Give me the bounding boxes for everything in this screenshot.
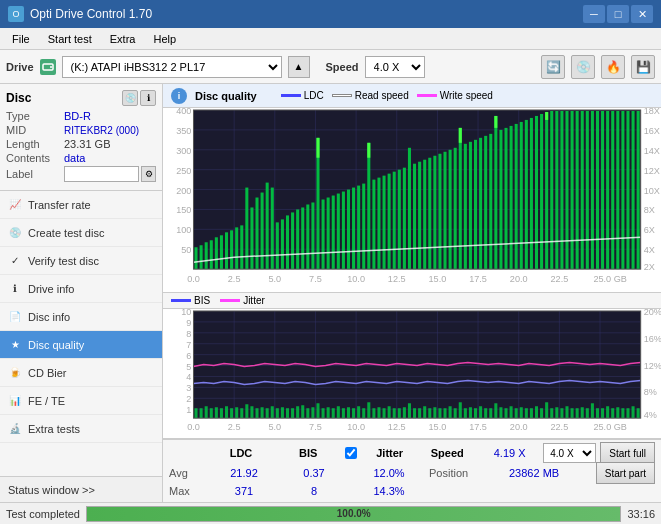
svg-text:5.0: 5.0 (268, 274, 281, 284)
svg-rect-67 (433, 156, 436, 269)
svg-rect-216 (469, 407, 472, 418)
disc-quality-icon: ★ (8, 338, 22, 352)
progress-text: 100.0% (87, 507, 620, 521)
svg-text:9: 9 (186, 318, 191, 328)
jitter-checkbox[interactable] (342, 447, 361, 459)
svg-rect-24 (215, 237, 218, 269)
svg-text:0.0: 0.0 (187, 274, 200, 284)
svg-text:8%: 8% (644, 387, 657, 397)
svg-rect-237 (576, 408, 579, 418)
svg-text:7: 7 (186, 340, 191, 350)
sidebar-item-transfer-rate-label: Transfer rate (28, 199, 91, 211)
sidebar-item-disc-quality[interactable]: ★ Disc quality (0, 331, 162, 359)
svg-rect-91 (555, 111, 558, 269)
disc-panel-header: Disc 💿 ℹ (6, 90, 156, 106)
svg-text:1: 1 (186, 405, 191, 415)
svg-rect-42 (306, 204, 309, 269)
svg-rect-233 (555, 407, 558, 418)
disc-label-input[interactable] (64, 166, 139, 182)
extra-tests-icon: 🔬 (8, 422, 22, 436)
svg-text:10.0: 10.0 (347, 274, 365, 284)
svg-rect-207 (423, 406, 426, 418)
save-button[interactable]: 💾 (631, 55, 655, 79)
svg-text:6X: 6X (644, 225, 655, 235)
verify-test-disc-icon: ✓ (8, 254, 22, 268)
svg-rect-110 (459, 128, 462, 143)
svg-rect-102 (611, 111, 614, 269)
svg-rect-202 (398, 408, 401, 418)
svg-rect-239 (586, 408, 589, 418)
svg-text:5.0: 5.0 (268, 422, 281, 432)
maximize-button[interactable]: □ (607, 5, 629, 23)
svg-rect-51 (352, 188, 355, 270)
disc-label-btn[interactable]: ⚙ (141, 166, 156, 182)
position-val: 23862 MB (509, 467, 589, 479)
disc-section-label: Disc (6, 91, 31, 105)
close-button[interactable]: ✕ (631, 5, 653, 23)
menu-extra[interactable]: Extra (102, 31, 144, 47)
sidebar-item-verify-test-disc[interactable]: ✓ Verify test disc (0, 247, 162, 275)
svg-text:15.0: 15.0 (429, 274, 447, 284)
start-part-button[interactable]: Start part (596, 462, 655, 484)
svg-text:2.5: 2.5 (228, 274, 241, 284)
start-full-button[interactable]: Start full (600, 442, 655, 464)
disc-type-row: Type BD-R (6, 110, 156, 122)
disc-panel-icon1[interactable]: 💿 (122, 90, 138, 106)
svg-rect-94 (571, 111, 574, 269)
svg-text:18X: 18X (644, 108, 660, 116)
sidebar-item-extra-tests[interactable]: 🔬 Extra tests (0, 415, 162, 443)
sidebar-item-disc-info[interactable]: 📄 Disc info (0, 303, 162, 331)
menu-file[interactable]: File (4, 31, 38, 47)
svg-rect-29 (240, 225, 243, 269)
svg-rect-89 (545, 112, 548, 269)
svg-rect-41 (301, 207, 304, 269)
svg-rect-243 (606, 406, 609, 418)
speed-selector[interactable]: 4.0 X (365, 56, 425, 78)
svg-rect-210 (438, 408, 441, 418)
eject-button[interactable]: ▲ (288, 56, 310, 78)
jitter-chart-label: Jitter (243, 295, 265, 306)
minimize-button[interactable]: ─ (583, 5, 605, 23)
disc-contents-row: Contents data (6, 152, 156, 164)
refresh-button[interactable]: 🔄 (541, 55, 565, 79)
svg-rect-200 (388, 406, 391, 418)
title-bar-controls: ─ □ ✕ (583, 5, 653, 23)
legend-write-speed: Write speed (417, 90, 493, 101)
menu-start-test[interactable]: Start test (40, 31, 100, 47)
menu-help[interactable]: Help (145, 31, 184, 47)
sidebar-item-create-test-disc[interactable]: 💿 Create test disc (0, 219, 162, 247)
bottom-chart-svg: 10 9 8 7 6 5 4 3 2 1 20% 16% (163, 309, 661, 438)
sidebar-item-cd-bier[interactable]: 🍺 CD Bier (0, 359, 162, 387)
svg-rect-223 (504, 408, 507, 418)
svg-text:2.5: 2.5 (228, 422, 241, 432)
drive-selector[interactable]: (K:) ATAPI iHBS312 2 PL17 (62, 56, 282, 78)
sidebar-item-fe-te[interactable]: 📊 FE / TE (0, 387, 162, 415)
svg-text:22.5: 22.5 (550, 422, 568, 432)
svg-rect-57 (383, 176, 386, 269)
svg-text:100: 100 (176, 225, 191, 235)
svg-rect-45 (322, 200, 325, 270)
jitter-check-input[interactable] (345, 447, 357, 459)
svg-rect-169 (230, 408, 233, 418)
chart-header: i Disc quality LDC Read speed Write spee… (163, 84, 661, 108)
speed-header: Speed (419, 447, 477, 459)
app-title: Opti Drive Control 1.70 (30, 7, 152, 21)
burn-button[interactable]: 🔥 (601, 55, 625, 79)
read-speed-color (332, 94, 352, 97)
bis-label: BIS (194, 295, 210, 306)
sidebar-item-transfer-rate[interactable]: 📈 Transfer rate (0, 191, 162, 219)
stats-speed-select[interactable]: 4.0 X (543, 443, 596, 463)
svg-rect-52 (357, 186, 360, 270)
disc-panel-icon2[interactable]: ℹ (140, 90, 156, 106)
svg-rect-96 (581, 111, 584, 269)
svg-text:200: 200 (176, 186, 191, 196)
sidebar-item-drive-info[interactable]: ℹ Drive info (0, 275, 162, 303)
svg-rect-198 (377, 407, 380, 418)
svg-rect-23 (210, 240, 213, 269)
title-bar-left: O Opti Drive Control 1.70 (8, 6, 152, 22)
status-window-button[interactable]: Status window >> (0, 476, 162, 502)
svg-rect-109 (367, 143, 370, 158)
svg-rect-106 (632, 111, 635, 269)
disc-button[interactable]: 💿 (571, 55, 595, 79)
svg-rect-245 (616, 407, 619, 418)
